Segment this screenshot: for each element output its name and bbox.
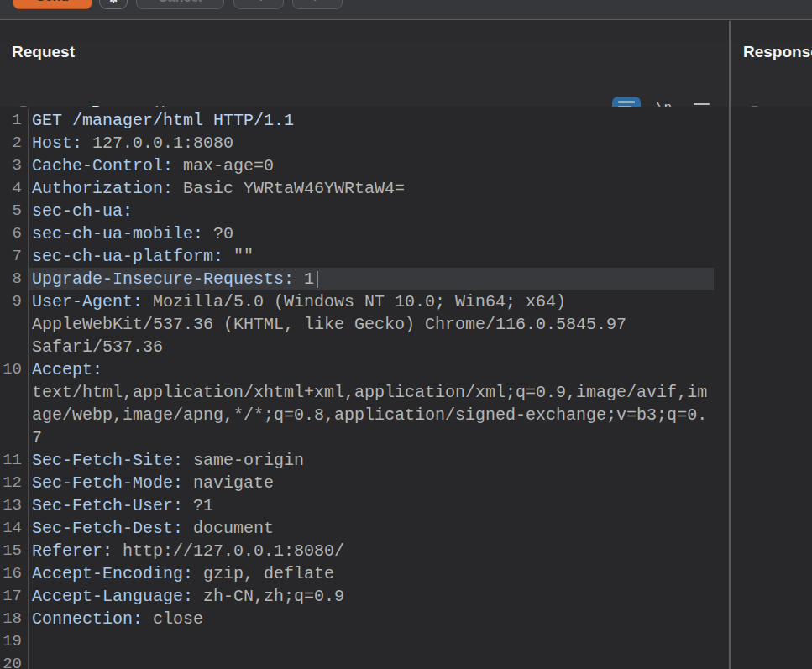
line-number: 17	[0, 585, 29, 608]
header-value: ?0	[203, 224, 233, 243]
header-name: Sec-Fetch-User:	[32, 496, 183, 515]
header-value: max-age=0	[173, 156, 274, 175]
request-raw-editor[interactable]: 1GET /manager/html HTTP/1.12Host: 127.0.…	[0, 107, 728, 669]
editor-row[interactable]: 9User-Agent: Mozilla/5.0 (Windows NT 10.…	[0, 290, 728, 313]
header-value: text/html,application/xhtml+xml,applicat…	[32, 383, 707, 402]
editor-row[interactable]: AppleWebKit/537.36 (KHTML, like Gecko) C…	[0, 313, 728, 336]
editor-row[interactable]: 5sec-ch-ua:	[0, 200, 728, 222]
line-text[interactable]: Upgrade-Insecure-Requests: 1	[29, 268, 714, 290]
editor-row[interactable]: 13Sec-Fetch-User: ?1	[0, 494, 728, 517]
toolbar: Send ⚙ Cancel < >	[0, 0, 812, 20]
header-value: ?1	[183, 496, 213, 515]
header-value: same-origin	[183, 451, 304, 470]
header-value: AppleWebKit/537.36 (KHTML, like Gecko) C…	[32, 315, 626, 334]
editor-row[interactable]: 6sec-ch-ua-mobile: ?0	[0, 222, 728, 245]
header-name: Host:	[32, 133, 82, 153]
history-back-button[interactable]: <	[233, 0, 284, 9]
line-text[interactable]: Sec-Fetch-User: ?1	[29, 494, 714, 517]
line-text[interactable]: Sec-Fetch-Mode: navigate	[29, 472, 714, 494]
header-value: close	[143, 609, 203, 629]
panel-splitter[interactable]	[729, 21, 731, 669]
editor-row[interactable]: 10Accept:	[0, 358, 728, 381]
header-value: 1	[294, 269, 314, 289]
line-number: 4	[0, 177, 29, 200]
editor-row[interactable]: 14Sec-Fetch-Dest: document	[0, 517, 728, 540]
line-text[interactable]: Safari/537.36	[29, 336, 714, 358]
send-settings-gear-button[interactable]: ⚙	[99, 0, 128, 9]
editor-row[interactable]: 8Upgrade-Insecure-Requests: 1	[0, 268, 728, 290]
line-text[interactable]: GET /manager/html HTTP/1.1	[29, 109, 714, 132]
editor-row[interactable]: Safari/537.36	[0, 336, 728, 358]
editor-row[interactable]: 16Accept-Encoding: gzip, deflate	[0, 562, 728, 585]
back-arrow-icon: <	[254, 0, 262, 6]
history-forward-button[interactable]: >	[292, 0, 343, 9]
editor-row[interactable]: 7sec-ch-ua-platform: ""	[0, 245, 728, 268]
editor-row[interactable]: 3Cache-Control: max-age=0	[0, 154, 728, 177]
line-text[interactable]: 7	[29, 426, 714, 449]
line-number	[0, 313, 29, 336]
line-text[interactable]: User-Agent: Mozilla/5.0 (Windows NT 10.0…	[29, 290, 714, 313]
line-number: 1	[0, 109, 29, 132]
editor-row[interactable]: 17Accept-Language: zh-CN,zh;q=0.9	[0, 585, 728, 608]
line-text[interactable]: sec-ch-ua-mobile: ?0	[29, 222, 714, 245]
line-text[interactable]: age/webp,image/apng,*/*;q=0.8,applicatio…	[29, 404, 714, 426]
line-text[interactable]: Accept-Encoding: gzip, deflate	[29, 562, 714, 585]
header-name: User-Agent:	[32, 292, 143, 311]
editor-row[interactable]: 20	[0, 653, 728, 669]
line-text[interactable]: sec-ch-ua:	[29, 200, 714, 222]
header-name: Sec-Fetch-Dest:	[32, 519, 183, 538]
header-name: Sec-Fetch-Mode:	[32, 473, 183, 493]
header-name: Sec-Fetch-Site:	[32, 451, 183, 470]
request-line: GET /manager/html HTTP/1.1	[32, 111, 294, 130]
header-value: gzip, deflate	[193, 564, 334, 583]
response-panel-title: Response	[743, 43, 812, 61]
line-number	[0, 336, 29, 358]
line-number	[0, 404, 29, 426]
editor-row[interactable]: 2Host: 127.0.0.1:8080	[0, 132, 728, 154]
line-number: 8	[0, 268, 29, 290]
header-name: sec-ch-ua-platform:	[32, 247, 223, 266]
line-text[interactable]: sec-ch-ua-platform: ""	[29, 245, 714, 268]
forward-arrow-icon: >	[313, 0, 321, 6]
line-text[interactable]: Accept:	[29, 358, 714, 381]
line-number: 6	[0, 222, 29, 245]
line-text[interactable]: Host: 127.0.0.1:8080	[29, 132, 714, 154]
cancel-button[interactable]: Cancel	[136, 0, 224, 9]
header-name: Accept-Language:	[32, 587, 193, 606]
editor-row[interactable]: 18Connection: close	[0, 608, 728, 630]
response-editor[interactable]	[731, 107, 812, 669]
line-number: 2	[0, 132, 29, 154]
line-text[interactable]	[29, 653, 714, 669]
line-text[interactable]: AppleWebKit/537.36 (KHTML, like Gecko) C…	[29, 313, 714, 336]
editor-row[interactable]: 19	[0, 630, 728, 653]
request-panel: Request Pretty Raw Hex \n	[0, 21, 728, 669]
line-text[interactable]: Referer: http://127.0.0.1:8080/	[29, 540, 714, 562]
line-text[interactable]: Sec-Fetch-Site: same-origin	[29, 449, 714, 472]
editor-row[interactable]: 15Referer: http://127.0.0.1:8080/	[0, 540, 728, 562]
line-number: 5	[0, 200, 29, 222]
header-value: document	[183, 519, 274, 538]
gear-icon: ⚙	[107, 0, 119, 7]
send-button[interactable]: Send	[13, 0, 92, 9]
editor-row[interactable]: 4Authorization: Basic YWRtaW46YWRtaW4=	[0, 177, 728, 200]
header-value: 127.0.0.1:8080	[82, 133, 233, 153]
editor-row[interactable]: 11Sec-Fetch-Site: same-origin	[0, 449, 728, 472]
editor-row[interactable]: text/html,application/xhtml+xml,applicat…	[0, 381, 728, 404]
header-value: http://127.0.0.1:8080/	[113, 541, 344, 561]
editor-row[interactable]: 12Sec-Fetch-Mode: navigate	[0, 472, 728, 494]
text-caret	[317, 271, 318, 288]
header-value: zh-CN,zh;q=0.9	[193, 587, 344, 606]
line-text[interactable]: Sec-Fetch-Dest: document	[29, 517, 714, 540]
editor-row[interactable]: 7	[0, 426, 728, 449]
line-number: 16	[0, 562, 29, 585]
editor-row[interactable]: age/webp,image/apng,*/*;q=0.8,applicatio…	[0, 404, 728, 426]
line-text[interactable]: Authorization: Basic YWRtaW46YWRtaW4=	[29, 177, 714, 200]
line-text[interactable]	[29, 630, 714, 653]
line-text[interactable]: Accept-Language: zh-CN,zh;q=0.9	[29, 585, 714, 608]
line-text[interactable]: text/html,application/xhtml+xml,applicat…	[29, 381, 714, 404]
line-text[interactable]: Cache-Control: max-age=0	[29, 154, 714, 177]
line-number: 3	[0, 154, 29, 177]
header-value: Safari/537.36	[32, 337, 163, 357]
line-text[interactable]: Connection: close	[29, 608, 714, 630]
editor-row[interactable]: 1GET /manager/html HTTP/1.1	[0, 109, 728, 132]
